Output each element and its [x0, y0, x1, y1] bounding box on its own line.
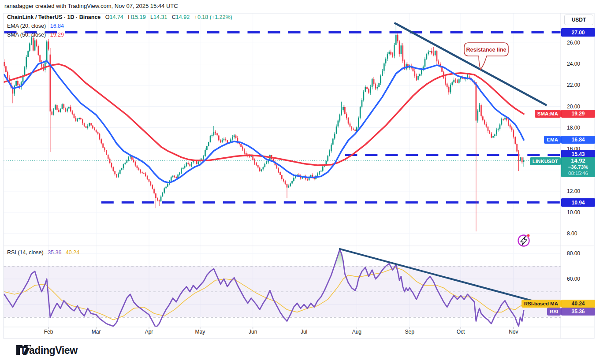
- sma-legend-value: 19.29: [50, 32, 64, 38]
- level-badge-27[interactable]: 27.00: [561, 28, 595, 37]
- price-axis-label: 18.00: [567, 125, 580, 131]
- last-price-change: −36.73%: [568, 164, 589, 170]
- time-axis-label-mar: Mar: [89, 329, 103, 335]
- rsi-legend[interactable]: RSI (14, close) 35.36 40.24: [7, 249, 79, 256]
- symbol-title: ChainLink / TetherUS · 1D · Binance: [7, 14, 101, 20]
- ohlc-open-value: 14.74: [110, 14, 123, 20]
- price-axis-label: 24.00: [567, 61, 580, 67]
- ohlc-open-key: O: [105, 14, 110, 20]
- price-axis-label: 12.00: [567, 188, 580, 194]
- rsi-axis-value: 35.36: [561, 308, 595, 316]
- time-axis-label-jul: Jul: [297, 329, 311, 335]
- ema-legend[interactable]: EMA (20, close) 16.84: [7, 23, 64, 29]
- sma-legend-label: SMA (50, close): [7, 32, 46, 38]
- time-axis-label-nov: Nov: [507, 329, 521, 335]
- rsi-ma-axis-pill: RSI-based MA: [522, 300, 561, 308]
- tradingview-logo[interactable]: TradingView: [16, 345, 78, 357]
- last-price-box: 14.92 −36.73% 08:15:46: [561, 157, 595, 177]
- rsi-ma-legend-value: 40.24: [66, 249, 79, 256]
- currency-button[interactable]: USDT: [564, 15, 593, 25]
- attribution-text: ranadagger created with TradingView.com,…: [4, 3, 178, 9]
- price-axis-label: 26.00: [567, 40, 580, 46]
- price-axis-label: 10.00: [567, 209, 580, 215]
- rsi-axis-label: 60.00: [567, 276, 580, 282]
- tradingview-chart-screenshot: ranadagger created with TradingView.com,…: [0, 0, 596, 364]
- price-pane[interactable]: [4, 13, 561, 246]
- rsi-pane[interactable]: [4, 246, 561, 327]
- time-axis-label-oct: Oct: [454, 329, 468, 335]
- sma-axis-value: 19.29: [561, 110, 595, 118]
- price-axis-label: 22.00: [567, 82, 580, 88]
- time-axis-label-apr: Apr: [142, 329, 156, 335]
- rsi-ma-axis-value: 40.24: [561, 300, 595, 308]
- symbol-legend[interactable]: ChainLink / TetherUS · 1D · Binance O14.…: [7, 14, 232, 20]
- ema-axis-pill: EMA: [544, 136, 561, 144]
- rsi-legend-value: 35.36: [48, 249, 61, 256]
- bar-countdown: 08:15:46: [568, 170, 588, 176]
- tradingview-logo-mark: [16, 345, 39, 355]
- ema-legend-label: EMA (20, close): [7, 23, 46, 29]
- ema-axis-value: 16.84: [561, 136, 595, 144]
- symbol-axis-pill: LINKUSDT: [530, 157, 561, 165]
- rsi-axis-label: 80.00: [567, 250, 580, 256]
- ohlc-high-value: 15.19: [132, 14, 145, 20]
- time-axis-label-aug: Aug: [350, 329, 364, 335]
- sma-legend[interactable]: SMA (50, close) 19.29: [7, 32, 64, 38]
- time-axis-label-sep: Sep: [402, 329, 417, 335]
- ohlc-high-key: H: [128, 14, 132, 20]
- time-axis-label-may: May: [193, 329, 207, 335]
- time-axis-label-jun: Jun: [246, 329, 260, 335]
- last-price-value: 14.92: [571, 158, 585, 164]
- sma-axis-pill: SMA:MA: [535, 110, 561, 118]
- ohlc-close-key: C: [172, 14, 176, 20]
- ema-legend-value: 16.84: [50, 23, 64, 29]
- ohlc-low-key: L: [150, 14, 153, 20]
- ohlc-close-value: 14.92: [176, 14, 190, 20]
- change-value: +0.18 (+1.22%): [194, 14, 232, 20]
- ohlc-low-value: 14.31: [153, 14, 167, 20]
- price-axis-label: 20.00: [567, 104, 580, 110]
- rsi-axis-pill: RSI: [547, 308, 561, 316]
- level-badge-1094[interactable]: 10.94: [561, 198, 595, 207]
- time-axis[interactable]: [4, 327, 561, 338]
- time-axis-label-feb: Feb: [41, 329, 56, 335]
- price-axis-label: 8.00: [567, 230, 577, 237]
- rsi-legend-label: RSI (14, close): [7, 249, 44, 256]
